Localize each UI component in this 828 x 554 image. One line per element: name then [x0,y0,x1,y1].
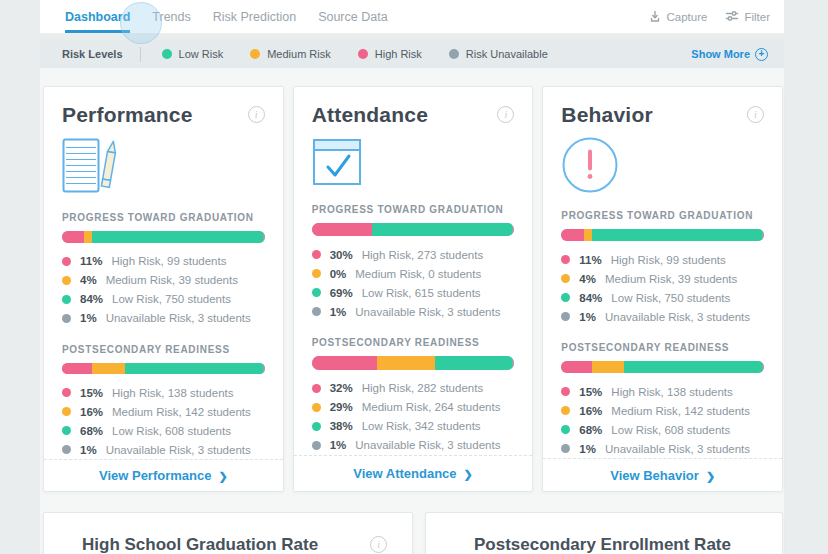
stat-percent: 84% [579,292,602,304]
unavailable-risk-dot [312,441,321,450]
low-risk-dot [312,422,321,431]
stat-percent: 1% [330,306,347,318]
tab-trends[interactable]: Trends [152,0,190,33]
stat-text: Low Risk, 750 students [611,292,730,304]
view-link-label: View Behavior [610,468,699,483]
chevron-right-icon [218,468,227,483]
stat-row-low: 69%Low Risk, 615 students [312,283,515,302]
info-icon[interactable] [497,106,514,123]
metric-card-attendance: AttendancePROGRESS TOWARD GRADUATION30%H… [293,86,534,492]
capture-label: Capture [667,11,708,23]
card-title: Performance [62,103,193,127]
stat-percent: 68% [80,425,103,437]
bottom-card-high-school-graduation-rate: High School Graduation Rate [43,512,413,554]
legend-item-label: Risk Unavailable [466,48,548,60]
high-risk-dot [312,384,321,393]
bar-segment-low [435,356,512,369]
medium-risk-dot [250,49,260,59]
risk-stacked-bar [561,361,764,373]
stats-list: 30%High Risk, 273 students0%Medium Risk,… [312,245,515,321]
card-title: Behavior [561,103,652,127]
legend-items: Low RiskMedium RiskHigh RiskRisk Unavail… [162,48,575,60]
bar-segment-low [592,229,762,241]
stat-text: High Risk, 273 students [362,249,483,261]
unavailable-risk-dot [62,445,71,454]
stat-percent: 11% [579,254,601,266]
medium-risk-dot [62,407,71,416]
card-header: Behavior [561,103,764,127]
plus-circle-icon [755,48,768,61]
chevron-right-icon [706,468,715,483]
stat-text: High Risk, 282 students [362,382,483,394]
stat-row-low: 68%Low Risk, 608 students [62,421,265,440]
notepad-pencil-icon [62,136,265,196]
medium-risk-dot [62,276,71,285]
capture-button[interactable]: Capture [648,9,708,25]
legend-title: Risk Levels [62,48,123,60]
stat-percent: 15% [579,386,602,398]
tab-dashboard[interactable]: Dashboard [65,0,130,33]
metric-card-behavior: BehaviorPROGRESS TOWARD GRADUATION11%Hig… [542,86,783,492]
stat-percent: 16% [80,406,103,418]
high-risk-dot [62,388,71,397]
tab-source-data[interactable]: Source Data [318,0,387,33]
bar-segment-unavailable [762,229,764,241]
low-risk-dot [312,288,321,297]
info-icon[interactable] [248,106,265,123]
stat-text: Medium Risk, 0 students [355,268,481,280]
stat-row-unavailable: 1%Unavailable Risk, 3 students [62,440,265,459]
calendar-check-icon [312,136,515,188]
legend-item-label: Low Risk [179,48,224,60]
view-link-label: View Performance [99,468,211,483]
stat-percent: 30% [330,249,353,261]
stat-percent: 15% [80,387,103,399]
bar-segment-unavailable [263,363,265,375]
stat-text: Unavailable Risk, 3 students [355,439,500,451]
stat-row-medium: 4%Medium Risk, 39 students [561,269,764,288]
low-risk-dot [62,295,71,304]
stats-list: 15%High Risk, 138 students16%Medium Risk… [561,382,764,458]
view-behavior-button[interactable]: View Behavior [610,468,715,483]
section-label: PROGRESS TOWARD GRADUATION [561,210,764,221]
show-more-button[interactable]: Show More [691,48,768,61]
medium-risk-dot [312,403,321,412]
view-performance-button[interactable]: View Performance [99,468,228,483]
info-icon[interactable] [370,536,387,553]
stat-text: Unavailable Risk, 3 students [605,443,750,455]
bar-segment-high [312,223,373,236]
stat-row-unavailable: 1%Unavailable Risk, 3 students [561,307,764,326]
view-attendance-button[interactable]: View Attendance [353,466,473,481]
stat-percent: 68% [579,424,602,436]
stat-percent: 29% [330,401,353,413]
stat-text: Medium Risk, 142 students [112,406,251,418]
bar-segment-unavailable [263,231,265,243]
section-label: POSTSECONDARY READINESS [312,337,515,348]
info-icon[interactable] [747,106,764,123]
stat-row-unavailable: 1%Unavailable Risk, 3 students [62,309,265,328]
filter-button[interactable]: Filter [725,9,770,25]
tab-risk-prediction[interactable]: Risk Prediction [213,0,296,33]
risk-stacked-bar [62,363,265,375]
legend-item-label: Medium Risk [267,48,331,60]
legend-item-label: High Risk [375,48,422,60]
stat-text: Medium Risk, 39 students [106,274,238,286]
dashboard-content: PerformancePROGRESS TOWARD GRADUATION11%… [40,68,784,554]
stat-row-unavailable: 1%Unavailable Risk, 3 students [312,436,515,455]
bar-segment-high [561,361,591,373]
stat-text: High Risk, 138 students [112,387,233,399]
bar-segment-medium [84,231,92,243]
capture-icon [648,9,662,25]
bar-segment-unavailable [512,356,514,369]
bar-segment-high [62,231,84,243]
app-window: DashboardTrendsRisk PredictionSource Dat… [40,0,784,554]
stat-row-medium: 16%Medium Risk, 142 students [62,402,265,421]
unavailable-risk-dot [561,312,570,321]
metric-cards-row: PerformancePROGRESS TOWARD GRADUATION11%… [40,86,784,492]
bar-segment-low [92,231,262,243]
stat-row-medium: 16%Medium Risk, 142 students [561,401,764,420]
stat-text: Low Risk, 608 students [112,425,231,437]
low-risk-dot [561,425,570,434]
stat-text: High Risk, 99 students [111,255,226,267]
bar-segment-medium [584,229,592,241]
bar-segment-medium [592,361,624,373]
